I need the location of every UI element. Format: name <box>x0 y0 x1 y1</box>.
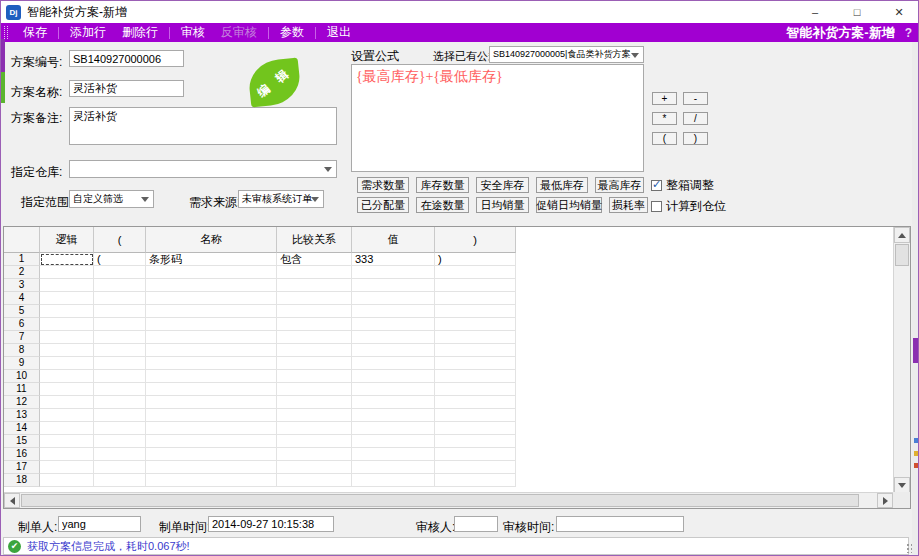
grid-cell[interactable] <box>94 409 146 422</box>
row-number[interactable]: 18 <box>4 474 40 487</box>
row-number[interactable]: 14 <box>4 422 40 435</box>
maker-input[interactable] <box>58 516 141 532</box>
grid-cell[interactable] <box>146 318 277 331</box>
add-row-button[interactable]: 添加行 <box>62 24 114 41</box>
audit-button[interactable]: 审核 <box>173 24 213 41</box>
grid-cell[interactable] <box>277 279 352 292</box>
grid-cell[interactable] <box>40 253 94 266</box>
grid-cell[interactable] <box>352 409 435 422</box>
help-icon[interactable]: ? <box>905 26 912 40</box>
row-number[interactable]: 3 <box>4 279 40 292</box>
grid-cell[interactable] <box>435 370 516 383</box>
grid-cell[interactable] <box>277 344 352 357</box>
grid-cell[interactable] <box>146 383 277 396</box>
row-number[interactable]: 16 <box>4 448 40 461</box>
grid-cell[interactable] <box>94 370 146 383</box>
grid-cell[interactable] <box>146 435 277 448</box>
row-number[interactable]: 8 <box>4 344 40 357</box>
grid-cell[interactable] <box>435 461 516 474</box>
delete-row-button[interactable]: 删除行 <box>114 24 166 41</box>
field-button-max-stock[interactable]: 最高库存 <box>595 177 644 193</box>
field-button-loss-rate[interactable]: 损耗率 <box>609 197 648 213</box>
grid-cell[interactable] <box>40 422 94 435</box>
grid-cell[interactable] <box>352 331 435 344</box>
operator-plus-button[interactable]: + <box>652 92 677 105</box>
grid-cell[interactable] <box>352 279 435 292</box>
plan-name-input[interactable] <box>69 80 184 97</box>
horizontal-scrollbar[interactable] <box>4 492 893 508</box>
row-number[interactable]: 15 <box>4 435 40 448</box>
vertical-scroll-thumb[interactable] <box>895 244 909 266</box>
grid-cell[interactable] <box>352 344 435 357</box>
grid-cell[interactable] <box>435 266 516 279</box>
grid-cell[interactable] <box>435 396 516 409</box>
grid-cell[interactable] <box>352 474 435 487</box>
exit-button[interactable]: 退出 <box>319 24 359 41</box>
make-time-input[interactable] <box>208 516 334 532</box>
grid-cell[interactable] <box>277 396 352 409</box>
grid-cell[interactable] <box>146 448 277 461</box>
grid-cell[interactable] <box>277 370 352 383</box>
grid-cell[interactable] <box>94 383 146 396</box>
row-number[interactable]: 12 <box>4 396 40 409</box>
grid-cell[interactable] <box>146 331 277 344</box>
grid-cell[interactable] <box>435 331 516 344</box>
scope-select[interactable]: 自定义筛选 <box>69 190 154 208</box>
grid-cell[interactable] <box>94 279 146 292</box>
grid-cell[interactable] <box>146 357 277 370</box>
grid-cell[interactable]: 条形码 <box>146 253 277 266</box>
grid-cell[interactable] <box>352 448 435 461</box>
row-number[interactable]: 6 <box>4 318 40 331</box>
row-number[interactable]: 2 <box>4 266 40 279</box>
params-button[interactable]: 参数 <box>272 24 312 41</box>
grid-cell[interactable] <box>146 370 277 383</box>
grid-cell[interactable] <box>40 409 94 422</box>
grid-cell[interactable] <box>94 344 146 357</box>
grid-cell[interactable] <box>435 448 516 461</box>
row-number[interactable]: 17 <box>4 461 40 474</box>
grid-cell[interactable] <box>94 435 146 448</box>
grid-cell[interactable] <box>277 461 352 474</box>
grid-cell[interactable] <box>277 292 352 305</box>
grid-cell[interactable] <box>435 344 516 357</box>
row-number[interactable]: 1 <box>4 253 40 266</box>
grid-cell[interactable] <box>40 305 94 318</box>
grid-cell[interactable] <box>40 357 94 370</box>
grid-cell[interactable] <box>277 422 352 435</box>
grid-cell[interactable] <box>352 435 435 448</box>
maximize-button[interactable]: □ <box>836 1 878 23</box>
grid-cell[interactable] <box>146 461 277 474</box>
audit-time-input[interactable] <box>556 516 684 532</box>
grid-cell[interactable] <box>40 331 94 344</box>
row-number[interactable]: 10 <box>4 370 40 383</box>
scroll-left-button[interactable] <box>4 493 20 508</box>
horizontal-scroll-thumb[interactable] <box>21 494 859 507</box>
grid-cell[interactable] <box>40 370 94 383</box>
grid-cell[interactable] <box>146 292 277 305</box>
grid-cell[interactable] <box>146 474 277 487</box>
scroll-down-button[interactable] <box>894 477 910 493</box>
grid-cell[interactable] <box>435 435 516 448</box>
grid-cell[interactable]: ( <box>94 253 146 266</box>
grid-cell[interactable] <box>352 370 435 383</box>
row-number[interactable]: 4 <box>4 292 40 305</box>
grid-cell[interactable] <box>146 422 277 435</box>
plan-no-input[interactable] <box>69 50 184 67</box>
grid-cell[interactable] <box>40 461 94 474</box>
operator-divide-button[interactable]: / <box>683 112 708 125</box>
grid-cell[interactable] <box>277 409 352 422</box>
row-number[interactable]: 11 <box>4 383 40 396</box>
grid-cell[interactable] <box>40 279 94 292</box>
grid-cell[interactable] <box>146 344 277 357</box>
grid-column-header[interactable]: ) <box>435 227 516 253</box>
grid-cell[interactable] <box>146 266 277 279</box>
grid-cell[interactable] <box>435 357 516 370</box>
grid-cell[interactable] <box>94 357 146 370</box>
row-number[interactable]: 13 <box>4 409 40 422</box>
field-button-demand-qty[interactable]: 需求数量 <box>357 177 409 193</box>
grid-cell[interactable] <box>435 292 516 305</box>
formula-editor[interactable]: {最高库存}+{最低库存} <box>351 64 644 172</box>
plan-note-textarea[interactable]: 灵活补货 <box>69 107 337 145</box>
grid-cell[interactable] <box>277 318 352 331</box>
grid-cell[interactable] <box>277 331 352 344</box>
